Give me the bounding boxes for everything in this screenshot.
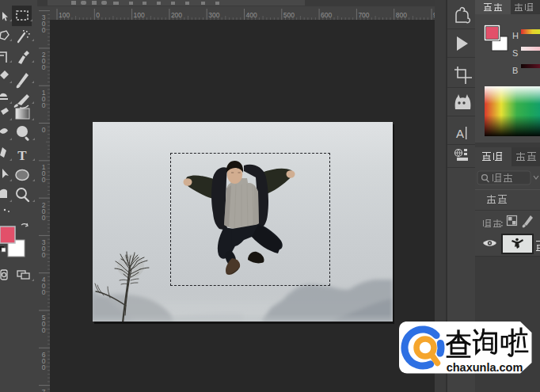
svg-text:0: 0 bbox=[42, 363, 46, 371]
svg-text:S: S bbox=[512, 48, 518, 58]
svg-text:0: 0 bbox=[42, 288, 46, 296]
svg-text:0: 0 bbox=[42, 26, 46, 34]
svg-text:0: 0 bbox=[42, 101, 46, 109]
svg-text:A: A bbox=[456, 127, 464, 140]
svg-text:0: 0 bbox=[42, 176, 46, 184]
svg-text:B: B bbox=[512, 66, 518, 75]
svg-text:H: H bbox=[512, 31, 519, 40]
svg-text:0: 0 bbox=[42, 63, 46, 71]
svg-text:7: 7 bbox=[42, 388, 46, 392]
svg-text:T: T bbox=[17, 148, 27, 163]
svg-text:chaxunla.com: chaxunla.com bbox=[447, 361, 523, 374]
svg-text:0: 0 bbox=[42, 214, 46, 222]
svg-text:0: 0 bbox=[42, 251, 46, 259]
svg-text:0: 0 bbox=[42, 126, 46, 134]
svg-text:0: 0 bbox=[42, 326, 46, 334]
